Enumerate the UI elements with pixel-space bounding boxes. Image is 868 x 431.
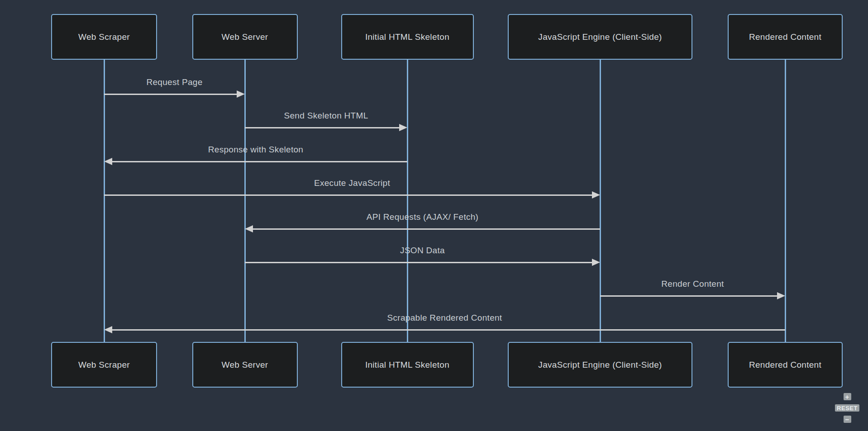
message-label-2: Response with Skeleton xyxy=(208,144,303,155)
arrowhead-4 xyxy=(245,225,253,232)
message-line-2 xyxy=(110,161,407,162)
zoom-controls: + RESET − xyxy=(835,393,859,423)
arrowhead-2 xyxy=(104,158,112,165)
arrowhead-7 xyxy=(104,326,112,333)
lifeline-html-skeleton xyxy=(407,59,408,343)
arrowhead-5 xyxy=(592,259,600,266)
actor-web-scraper-top: Web Scraper xyxy=(51,14,157,60)
message-line-4 xyxy=(251,228,600,230)
message-line-0 xyxy=(104,94,238,95)
message-line-5 xyxy=(245,262,594,263)
message-label-0: Request Page xyxy=(146,77,202,88)
message-label-3: Execute JavaScript xyxy=(314,178,390,189)
lifeline-rendered-content xyxy=(785,59,786,343)
arrowhead-6 xyxy=(777,292,785,299)
message-line-6 xyxy=(600,295,779,297)
message-line-1 xyxy=(245,127,401,128)
lifeline-web-server xyxy=(244,59,246,343)
message-line-7 xyxy=(110,329,785,331)
lifeline-web-scraper xyxy=(104,59,105,343)
arrowhead-0 xyxy=(237,90,245,98)
arrowhead-3 xyxy=(592,191,600,199)
sequence-diagram: + RESET − Web ScraperWeb ScraperWeb Serv… xyxy=(0,0,868,431)
actor-web-scraper-bottom: Web Scraper xyxy=(51,342,157,388)
actor-rendered-content-top: Rendered Content xyxy=(728,14,843,60)
zoom-in-icon[interactable]: + xyxy=(844,393,851,400)
message-line-3 xyxy=(104,194,594,196)
actor-web-server-top: Web Server xyxy=(192,14,298,60)
message-label-6: Render Content xyxy=(661,279,724,289)
actor-rendered-content-bottom: Rendered Content xyxy=(728,342,843,388)
actor-js-engine-top: JavaScript Engine (Client-Side) xyxy=(508,14,692,60)
message-label-1: Send Skeleton HTML xyxy=(284,110,368,121)
actor-web-server-bottom: Web Server xyxy=(192,342,298,388)
zoom-reset-button[interactable]: RESET xyxy=(835,404,859,412)
zoom-out-icon[interactable]: − xyxy=(844,416,851,423)
message-label-5: JSON Data xyxy=(400,245,445,256)
lifeline-js-engine xyxy=(600,59,601,343)
arrowhead-1 xyxy=(399,124,407,131)
actor-js-engine-bottom: JavaScript Engine (Client-Side) xyxy=(508,342,692,388)
actor-html-skeleton-top: Initial HTML Skeleton xyxy=(341,14,474,60)
message-label-4: API Requests (AJAX/ Fetch) xyxy=(367,212,479,223)
message-label-7: Scrapable Rendered Content xyxy=(387,313,502,323)
actor-html-skeleton-bottom: Initial HTML Skeleton xyxy=(341,342,474,388)
